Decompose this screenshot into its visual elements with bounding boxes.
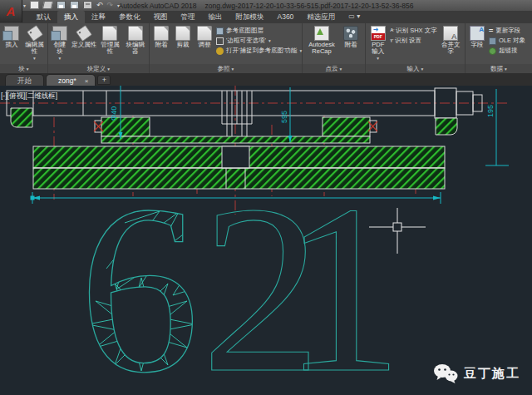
chevron-down-icon: ▾ [232,67,234,72]
ribbon: 插入 编辑属性 ▾ 块▾ 创建块 ▾ [0,23,532,73]
attach-button[interactable]: 附着 [151,25,171,49]
save-as-icon[interactable] [70,1,79,9]
hyperlink-button[interactable]: 超链接 [489,47,525,55]
point-cloud-attach-label: 附着 [345,42,357,48]
adjust-label: 调整 [199,42,211,48]
point-cloud-attach-icon [343,26,358,41]
point-cloud-attach-button[interactable]: 附着 [341,25,361,49]
tab-manage[interactable]: 管理 [175,11,202,23]
block-editor-label: 块编辑器 [124,42,147,55]
frame-option-button[interactable]: '边框可变选项' ▾ [216,37,302,45]
app-menu-caret-icon[interactable]: ▾ [23,2,26,8]
combine-text-button[interactable]: 合并文字 [439,25,463,56]
update-field-button[interactable]: = 更新字段 [489,27,525,35]
file-tab-zong[interactable]: zong*× [46,74,96,86]
define-attributes-label: 定义属性 [71,42,96,48]
model-space-canvas[interactable]: [-][俯视][二维线框] 6 [0,86,532,395]
tab-addins[interactable]: 附加模块 [229,11,271,23]
dimension-text-dia: Φ40 [110,106,118,121]
adjust-button[interactable]: 调整 [195,25,214,49]
panel-data: 字段 = 更新字段 OLE 对象 超链接 [466,23,532,73]
create-block-button[interactable]: 创建块 ▾ [50,25,70,62]
update-field-icon: = [489,27,493,35]
dimension-text-621: 6 2 1 [79,156,403,395]
tab-featured-apps[interactable]: 精选应用 [300,11,342,23]
snap-to-underlay-button[interactable]: 打开'捕捉到参考底图'功能 ▾ [216,47,302,55]
file-tab-start[interactable]: 开始 [5,74,44,86]
edit-attribute-button[interactable]: 编辑属性 ▾ [23,25,46,62]
underlay-layers-icon [216,27,224,35]
tab-home[interactable]: 默认 [30,11,57,23]
panel-label-reference[interactable]: 参照▾ [150,64,302,73]
ribbon-display-toggle-icon[interactable]: ▭ ▾ [348,11,360,23]
underlay-layers-button[interactable]: 参考底图图层 [216,27,302,35]
adjust-icon [197,26,212,41]
pdf-import-button[interactable]: PDF 输入 ▾ [367,25,388,62]
panel-import: PDF 输入 ▾ ᴬ̈ 识别 SHX 文字 ᵞ̈ 识别 设置 合并文字 [366,23,466,73]
recap-icon [314,26,329,41]
snap-to-underlay-icon [216,47,224,55]
panel-label-point-cloud[interactable]: 点云▾ [303,64,365,73]
tab-insert[interactable]: 插入 [57,11,85,23]
define-attributes-button[interactable]: 定义属性 [71,25,96,49]
block-editor-icon [128,26,143,41]
panel-reference: 附着 剪裁 调整 参考底图图层 '边框可变 [150,23,303,73]
file-tab-bar: 开始 zong*× + [0,73,532,86]
plot-icon[interactable] [83,1,92,9]
tab-output[interactable]: 输出 [202,11,229,23]
tab-view[interactable]: 视图 [147,11,175,23]
frame-option-icon [216,37,224,45]
ribbon-tab-bar: 默认 插入 注释 参数化 视图 管理 输出 附加模块 A360 精选应用 ▭ ▾ [0,11,532,23]
panel-block-definition: 创建块 ▾ 定义属性 管理属性 块编辑器 块定义▾ [48,23,150,73]
qat-customize-caret-icon[interactable]: ▾ [117,2,120,8]
insert-block-label: 插入 [6,42,18,48]
undo-icon[interactable]: ↶ [96,1,103,9]
open-file-icon[interactable] [42,1,53,9]
digit-1: 1 [283,156,403,395]
ole-object-button[interactable]: OLE 对象 [489,37,525,45]
manage-attributes-button[interactable]: 管理属性 [98,25,121,56]
tab-annotate[interactable]: 注释 [85,11,112,23]
clip-button[interactable]: 剪裁 [173,25,193,49]
chevron-down-icon: ▾ [505,67,507,72]
watermark: 豆丁施工 [433,363,520,383]
panel-label-data[interactable]: 数据▾ [466,64,532,73]
recognize-shx-icon: ᴬ̈ [390,27,393,35]
cad-drawing: 6 [0,86,532,395]
application-menu-button[interactable]: A [0,0,22,22]
edit-attribute-label: 编辑属性 [23,42,47,55]
field-button[interactable]: 字段 [467,25,487,49]
chevron-down-icon: ▾ [59,55,62,62]
pdf-import-label: PDF 输入 [368,42,388,55]
tab-parametric[interactable]: 参数化 [112,11,147,23]
combine-text-label: 合并文字 [439,42,462,55]
panel-label-block[interactable]: 块▾ [0,64,47,73]
create-block-icon [52,26,67,41]
field-label: 字段 [471,42,484,48]
block-editor-button[interactable]: 块编辑器 [124,25,147,56]
save-icon[interactable] [57,1,66,9]
insert-block-icon [4,26,19,41]
tab-a360[interactable]: A360 [271,11,301,23]
new-file-icon[interactable] [30,1,39,9]
field-icon [470,26,485,41]
section-outlines [7,88,482,137]
panel-label-block-definition[interactable]: 块定义▾ [48,64,149,73]
recognition-settings-button[interactable]: ᵞ̈ 识别 设置 [390,37,436,45]
recognize-shx-text-button[interactable]: ᴬ̈ 识别 SHX 文字 [390,27,436,35]
ole-object-icon [489,37,496,45]
create-block-label: 创建块 [51,42,69,55]
panel-point-cloud: Autodesk ReCap 附着 点云▾ [303,23,366,73]
viewport-controls[interactable]: [-][俯视][二维线框] [1,91,57,101]
panel-label-import[interactable]: 输入▾ [366,64,465,73]
redo-icon[interactable]: ↷ [107,1,114,9]
edit-attribute-icon [26,25,42,42]
clip-icon [175,26,190,41]
combine-text-icon [443,26,458,41]
autodesk-recap-button[interactable]: Autodesk ReCap [304,25,339,56]
insert-block-button[interactable]: 插入 [2,25,22,49]
pdf-import-icon [371,26,386,41]
new-tab-button[interactable]: + [97,75,111,85]
quick-access-toolbar: ↶ ↷ ▾ [30,1,120,9]
close-tab-icon[interactable]: × [85,77,89,85]
